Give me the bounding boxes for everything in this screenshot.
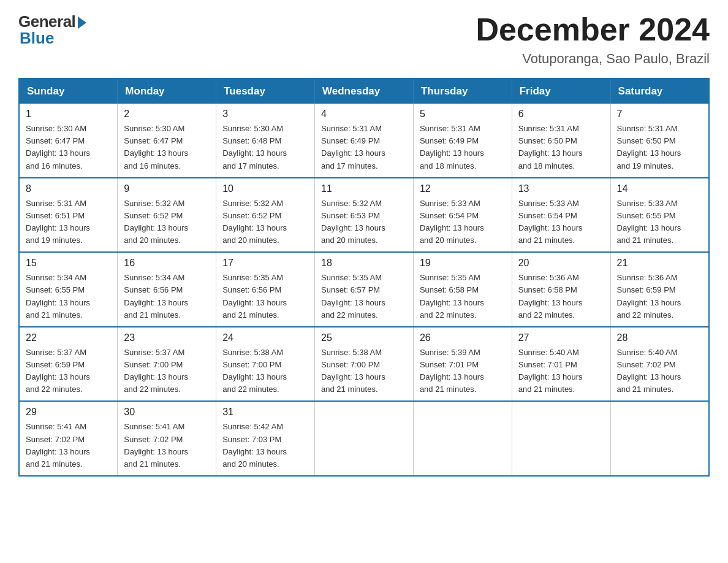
day-info: Sunrise: 5:40 AMSunset: 7:01 PMDaylight:…: [518, 347, 604, 396]
day-info: Sunrise: 5:40 AMSunset: 7:02 PMDaylight:…: [617, 347, 702, 396]
calendar-cell: 3Sunrise: 5:30 AMSunset: 6:48 PMDaylight…: [216, 104, 315, 178]
day-number: 29: [26, 407, 111, 418]
calendar-cell: 14Sunrise: 5:33 AMSunset: 6:55 PMDayligh…: [610, 178, 709, 253]
col-header-thursday: Thursday: [413, 79, 512, 104]
calendar-week-3: 15Sunrise: 5:34 AMSunset: 6:55 PMDayligh…: [19, 252, 709, 327]
calendar-cell: 27Sunrise: 5:40 AMSunset: 7:01 PMDayligh…: [512, 327, 610, 402]
calendar-cell: 15Sunrise: 5:34 AMSunset: 6:55 PMDayligh…: [19, 252, 118, 327]
calendar-cell: [610, 401, 709, 476]
col-header-tuesday: Tuesday: [216, 79, 315, 104]
day-info: Sunrise: 5:32 AMSunset: 6:52 PMDaylight:…: [124, 197, 210, 247]
title-section: December 2024 Votuporanga, Sao Paulo, Br…: [476, 12, 710, 67]
col-header-saturday: Saturday: [610, 79, 709, 104]
day-number: 30: [124, 407, 210, 418]
page-header: General Blue December 2024 Votuporanga, …: [18, 12, 710, 67]
day-info: Sunrise: 5:37 AMSunset: 7:00 PMDaylight:…: [124, 347, 210, 396]
calendar-cell: 10Sunrise: 5:32 AMSunset: 6:52 PMDayligh…: [216, 178, 315, 253]
calendar-cell: 9Sunrise: 5:32 AMSunset: 6:52 PMDaylight…: [118, 178, 216, 253]
day-number: 19: [420, 258, 506, 269]
calendar-table: SundayMondayTuesdayWednesdayThursdayFrid…: [18, 78, 710, 477]
day-info: Sunrise: 5:38 AMSunset: 7:00 PMDaylight:…: [222, 347, 308, 396]
day-info: Sunrise: 5:36 AMSunset: 6:58 PMDaylight:…: [518, 272, 604, 321]
day-number: 5: [420, 109, 506, 120]
day-info: Sunrise: 5:33 AMSunset: 6:54 PMDaylight:…: [518, 197, 604, 247]
day-number: 16: [124, 258, 210, 269]
calendar-cell: 4Sunrise: 5:31 AMSunset: 6:49 PMDaylight…: [315, 104, 414, 178]
day-number: 15: [26, 258, 111, 269]
calendar-cell: 28Sunrise: 5:40 AMSunset: 7:02 PMDayligh…: [610, 327, 709, 402]
calendar-cell: 26Sunrise: 5:39 AMSunset: 7:01 PMDayligh…: [413, 327, 512, 402]
calendar-week-4: 22Sunrise: 5:37 AMSunset: 6:59 PMDayligh…: [19, 327, 709, 402]
day-number: 8: [26, 183, 111, 194]
logo: General Blue: [18, 12, 86, 48]
calendar-cell: 13Sunrise: 5:33 AMSunset: 6:54 PMDayligh…: [512, 178, 610, 253]
day-info: Sunrise: 5:31 AMSunset: 6:51 PMDaylight:…: [26, 197, 111, 247]
calendar-cell: 29Sunrise: 5:41 AMSunset: 7:02 PMDayligh…: [19, 401, 118, 476]
col-header-sunday: Sunday: [19, 79, 118, 104]
day-number: 28: [617, 332, 702, 343]
calendar-week-2: 8Sunrise: 5:31 AMSunset: 6:51 PMDaylight…: [19, 178, 709, 253]
day-number: 3: [222, 109, 308, 120]
location-subtitle: Votuporanga, Sao Paulo, Brazil: [476, 51, 710, 67]
day-number: 31: [222, 407, 308, 418]
month-title: December 2024: [476, 12, 710, 47]
col-header-wednesday: Wednesday: [315, 79, 414, 104]
calendar-week-1: 1Sunrise: 5:30 AMSunset: 6:47 PMDaylight…: [19, 104, 709, 178]
calendar-cell: 7Sunrise: 5:31 AMSunset: 6:50 PMDaylight…: [610, 104, 709, 178]
day-info: Sunrise: 5:38 AMSunset: 7:00 PMDaylight:…: [321, 347, 407, 396]
calendar-cell: 24Sunrise: 5:38 AMSunset: 7:00 PMDayligh…: [216, 327, 315, 402]
calendar-cell: 8Sunrise: 5:31 AMSunset: 6:51 PMDaylight…: [19, 178, 118, 253]
day-number: 20: [518, 258, 604, 269]
day-info: Sunrise: 5:37 AMSunset: 6:59 PMDaylight:…: [26, 347, 111, 396]
calendar-cell: 17Sunrise: 5:35 AMSunset: 6:56 PMDayligh…: [216, 252, 315, 327]
calendar-cell: 18Sunrise: 5:35 AMSunset: 6:57 PMDayligh…: [315, 252, 414, 327]
day-info: Sunrise: 5:42 AMSunset: 7:03 PMDaylight:…: [222, 421, 308, 470]
calendar-cell: 20Sunrise: 5:36 AMSunset: 6:58 PMDayligh…: [512, 252, 610, 327]
day-number: 23: [124, 332, 210, 343]
calendar-cell: 31Sunrise: 5:42 AMSunset: 7:03 PMDayligh…: [216, 401, 315, 476]
day-info: Sunrise: 5:30 AMSunset: 6:47 PMDaylight:…: [124, 123, 210, 172]
day-info: Sunrise: 5:35 AMSunset: 6:57 PMDaylight:…: [321, 272, 407, 321]
day-info: Sunrise: 5:39 AMSunset: 7:01 PMDaylight:…: [420, 347, 506, 396]
calendar-cell: [512, 401, 610, 476]
day-number: 9: [124, 183, 210, 194]
day-number: 26: [420, 332, 506, 343]
day-number: 11: [321, 183, 407, 194]
day-number: 6: [518, 109, 604, 120]
day-info: Sunrise: 5:33 AMSunset: 6:55 PMDaylight:…: [617, 197, 702, 247]
calendar-cell: 30Sunrise: 5:41 AMSunset: 7:02 PMDayligh…: [118, 401, 216, 476]
day-number: 24: [222, 332, 308, 343]
day-number: 7: [617, 109, 702, 120]
logo-triangle-icon: [78, 17, 86, 29]
day-number: 12: [420, 183, 506, 194]
logo-blue-text: Blue: [18, 29, 54, 48]
day-number: 17: [222, 258, 308, 269]
day-number: 14: [617, 183, 702, 194]
calendar-cell: 2Sunrise: 5:30 AMSunset: 6:47 PMDaylight…: [118, 104, 216, 178]
day-info: Sunrise: 5:30 AMSunset: 6:48 PMDaylight:…: [222, 123, 308, 172]
day-number: 22: [26, 332, 111, 343]
day-number: 21: [617, 258, 702, 269]
calendar-cell: [315, 401, 414, 476]
calendar-cell: 12Sunrise: 5:33 AMSunset: 6:54 PMDayligh…: [413, 178, 512, 253]
day-info: Sunrise: 5:36 AMSunset: 6:59 PMDaylight:…: [617, 272, 702, 321]
calendar-cell: 11Sunrise: 5:32 AMSunset: 6:53 PMDayligh…: [315, 178, 414, 253]
col-header-friday: Friday: [512, 79, 610, 104]
day-info: Sunrise: 5:32 AMSunset: 6:52 PMDaylight:…: [222, 197, 308, 247]
day-info: Sunrise: 5:34 AMSunset: 6:56 PMDaylight:…: [124, 272, 210, 321]
calendar-cell: [413, 401, 512, 476]
calendar-week-5: 29Sunrise: 5:41 AMSunset: 7:02 PMDayligh…: [19, 401, 709, 476]
calendar-cell: 5Sunrise: 5:31 AMSunset: 6:49 PMDaylight…: [413, 104, 512, 178]
calendar-cell: 21Sunrise: 5:36 AMSunset: 6:59 PMDayligh…: [610, 252, 709, 327]
calendar-cell: 22Sunrise: 5:37 AMSunset: 6:59 PMDayligh…: [19, 327, 118, 402]
day-number: 4: [321, 109, 407, 120]
calendar-cell: 23Sunrise: 5:37 AMSunset: 7:00 PMDayligh…: [118, 327, 216, 402]
day-info: Sunrise: 5:35 AMSunset: 6:56 PMDaylight:…: [222, 272, 308, 321]
day-info: Sunrise: 5:32 AMSunset: 6:53 PMDaylight:…: [321, 197, 407, 247]
day-info: Sunrise: 5:41 AMSunset: 7:02 PMDaylight:…: [124, 421, 210, 470]
day-number: 27: [518, 332, 604, 343]
calendar-cell: 25Sunrise: 5:38 AMSunset: 7:00 PMDayligh…: [315, 327, 414, 402]
day-info: Sunrise: 5:34 AMSunset: 6:55 PMDaylight:…: [26, 272, 111, 321]
day-info: Sunrise: 5:31 AMSunset: 6:50 PMDaylight:…: [518, 123, 604, 172]
col-header-monday: Monday: [118, 79, 216, 104]
